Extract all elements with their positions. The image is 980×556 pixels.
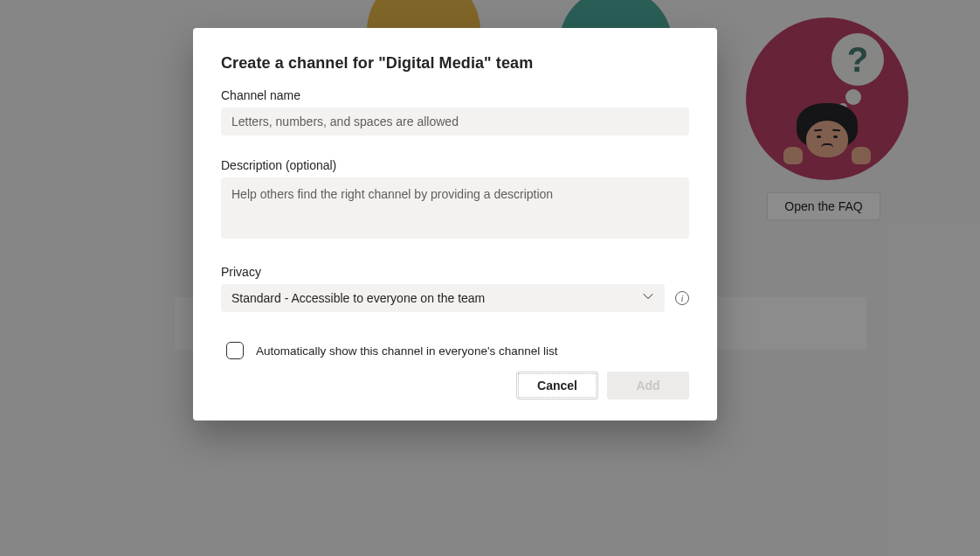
cancel-button-label: Cancel bbox=[537, 379, 577, 393]
channel-name-input[interactable] bbox=[221, 108, 689, 136]
add-button-label: Add bbox=[636, 379, 659, 393]
cancel-button[interactable]: Cancel bbox=[516, 372, 598, 400]
channel-name-label: Channel name bbox=[221, 88, 689, 102]
info-icon[interactable]: i bbox=[675, 291, 689, 305]
auto-show-checkbox[interactable] bbox=[226, 342, 244, 359]
dialog-footer: Cancel Add bbox=[516, 372, 689, 400]
auto-show-label: Automatically show this channel in every… bbox=[256, 344, 558, 358]
description-input[interactable] bbox=[221, 177, 689, 239]
privacy-selected-value: Standard - Accessible to everyone on the… bbox=[231, 284, 485, 312]
channel-name-group: Channel name bbox=[221, 88, 689, 136]
privacy-group: Privacy Standard - Accessible to everyon… bbox=[221, 265, 689, 312]
privacy-label: Privacy bbox=[221, 265, 689, 279]
create-channel-dialog: Create a channel for "Digital Media" tea… bbox=[193, 28, 717, 420]
add-button[interactable]: Add bbox=[607, 372, 689, 400]
auto-show-row: Automatically show this channel in every… bbox=[226, 342, 689, 359]
privacy-select[interactable]: Standard - Accessible to everyone on the… bbox=[221, 284, 665, 312]
description-label: Description (optional) bbox=[221, 158, 689, 172]
description-group: Description (optional) bbox=[221, 158, 689, 242]
dialog-title: Create a channel for "Digital Media" tea… bbox=[221, 54, 689, 73]
chevron-down-icon bbox=[642, 284, 654, 312]
